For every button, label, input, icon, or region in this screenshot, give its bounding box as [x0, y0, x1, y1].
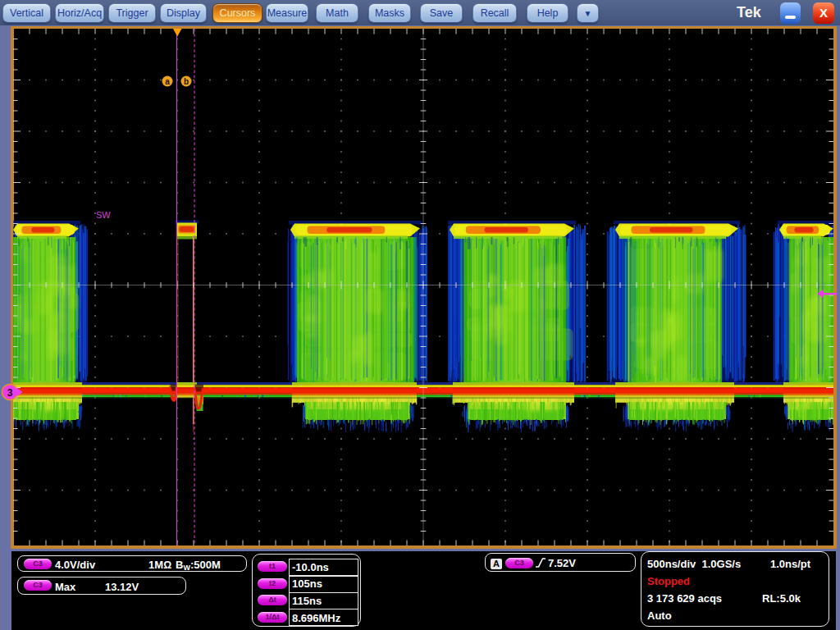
svg-text:b: b — [184, 77, 189, 86]
svg-text:a: a — [165, 77, 170, 86]
svg-text:SW: SW — [96, 210, 111, 220]
